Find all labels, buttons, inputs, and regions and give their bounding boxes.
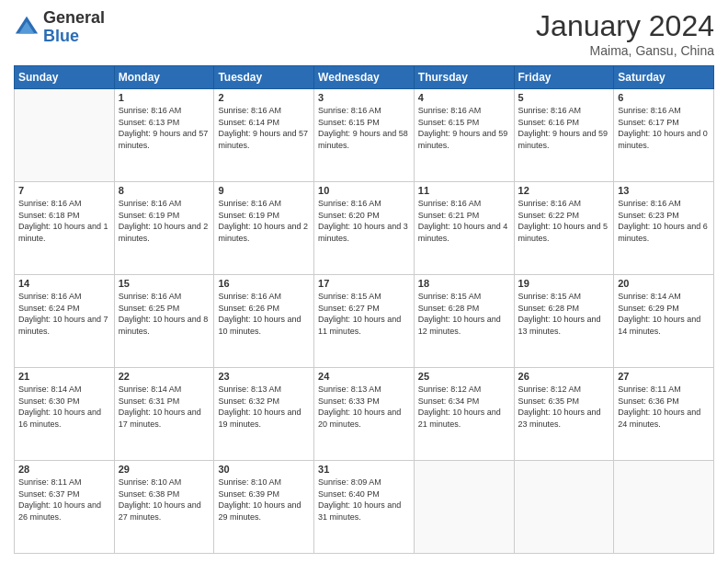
calendar-cell: 11Sunrise: 8:16 AMSunset: 6:21 PMDayligh…	[414, 182, 514, 275]
day-info: Sunrise: 8:16 AMSunset: 6:15 PMDaylight:…	[418, 105, 510, 151]
week-row-5: 28Sunrise: 8:11 AMSunset: 6:37 PMDayligh…	[15, 461, 714, 554]
day-header-wednesday: Wednesday	[314, 66, 415, 89]
day-info: Sunrise: 8:16 AMSunset: 6:19 PMDaylight:…	[218, 198, 310, 244]
day-number: 21	[18, 371, 110, 382]
day-number: 15	[119, 278, 210, 289]
day-number: 10	[318, 185, 410, 196]
day-info: Sunrise: 8:16 AMSunset: 6:21 PMDaylight:…	[418, 198, 510, 244]
day-info: Sunrise: 8:16 AMSunset: 6:13 PMDaylight:…	[119, 105, 210, 151]
day-info: Sunrise: 8:14 AMSunset: 6:29 PMDaylight:…	[618, 291, 710, 337]
calendar-cell: 19Sunrise: 8:15 AMSunset: 6:28 PMDayligh…	[514, 275, 614, 368]
day-number: 27	[618, 371, 710, 382]
week-row-1: 1Sunrise: 8:16 AMSunset: 6:13 PMDaylight…	[15, 89, 714, 182]
calendar-subtitle: Maima, Gansu, China	[536, 43, 714, 58]
calendar-cell: 23Sunrise: 8:13 AMSunset: 6:32 PMDayligh…	[214, 368, 314, 461]
calendar-cell	[15, 89, 115, 182]
header: General Blue January 2024 Maima, Gansu, …	[14, 9, 714, 58]
logo-blue-text: Blue	[43, 28, 105, 46]
week-row-4: 21Sunrise: 8:14 AMSunset: 6:30 PMDayligh…	[15, 368, 714, 461]
calendar-cell: 26Sunrise: 8:12 AMSunset: 6:35 PMDayligh…	[514, 368, 614, 461]
calendar-title: January 2024	[536, 9, 714, 43]
day-number: 31	[318, 464, 410, 475]
day-info: Sunrise: 8:11 AMSunset: 6:37 PMDaylight:…	[18, 477, 110, 523]
week-row-3: 14Sunrise: 8:16 AMSunset: 6:24 PMDayligh…	[15, 275, 714, 368]
page: General Blue January 2024 Maima, Gansu, …	[0, 0, 728, 563]
day-info: Sunrise: 8:16 AMSunset: 6:15 PMDaylight:…	[318, 105, 410, 151]
day-info: Sunrise: 8:14 AMSunset: 6:31 PMDaylight:…	[119, 384, 210, 430]
day-info: Sunrise: 8:12 AMSunset: 6:35 PMDaylight:…	[518, 384, 610, 430]
logo: General Blue	[14, 9, 105, 46]
calendar-cell: 25Sunrise: 8:12 AMSunset: 6:34 PMDayligh…	[414, 368, 514, 461]
day-info: Sunrise: 8:13 AMSunset: 6:33 PMDaylight:…	[318, 384, 410, 430]
calendar-cell: 3Sunrise: 8:16 AMSunset: 6:15 PMDaylight…	[314, 89, 415, 182]
day-number: 22	[119, 371, 210, 382]
calendar-cell: 30Sunrise: 8:10 AMSunset: 6:39 PMDayligh…	[214, 461, 314, 554]
logo-icon	[14, 15, 40, 40]
calendar-cell: 16Sunrise: 8:16 AMSunset: 6:26 PMDayligh…	[214, 275, 314, 368]
days-header-row: SundayMondayTuesdayWednesdayThursdayFrid…	[15, 66, 714, 89]
day-number: 8	[119, 185, 210, 196]
day-header-thursday: Thursday	[414, 66, 514, 89]
day-number: 9	[218, 185, 310, 196]
calendar-cell: 20Sunrise: 8:14 AMSunset: 6:29 PMDayligh…	[614, 275, 714, 368]
day-number: 28	[18, 464, 110, 475]
calendar-cell: 4Sunrise: 8:16 AMSunset: 6:15 PMDaylight…	[414, 89, 514, 182]
day-info: Sunrise: 8:16 AMSunset: 6:18 PMDaylight:…	[18, 198, 110, 244]
day-number: 30	[218, 464, 310, 475]
day-info: Sunrise: 8:16 AMSunset: 6:19 PMDaylight:…	[119, 198, 210, 244]
day-info: Sunrise: 8:15 AMSunset: 6:27 PMDaylight:…	[318, 291, 410, 337]
day-info: Sunrise: 8:16 AMSunset: 6:20 PMDaylight:…	[318, 198, 410, 244]
day-header-friday: Friday	[514, 66, 614, 89]
day-number: 2	[218, 92, 310, 103]
day-header-sunday: Sunday	[15, 66, 115, 89]
day-number: 12	[518, 185, 610, 196]
logo-text: General Blue	[43, 9, 105, 46]
day-info: Sunrise: 8:16 AMSunset: 6:22 PMDaylight:…	[518, 198, 610, 244]
calendar-cell	[614, 461, 714, 554]
day-header-monday: Monday	[114, 66, 214, 89]
day-number: 6	[618, 92, 710, 103]
day-info: Sunrise: 8:13 AMSunset: 6:32 PMDaylight:…	[218, 384, 310, 430]
day-number: 3	[318, 92, 410, 103]
calendar-cell: 10Sunrise: 8:16 AMSunset: 6:20 PMDayligh…	[314, 182, 415, 275]
day-header-tuesday: Tuesday	[214, 66, 314, 89]
day-info: Sunrise: 8:16 AMSunset: 6:23 PMDaylight:…	[618, 198, 710, 244]
calendar-cell: 22Sunrise: 8:14 AMSunset: 6:31 PMDayligh…	[114, 368, 214, 461]
calendar-cell: 2Sunrise: 8:16 AMSunset: 6:14 PMDaylight…	[214, 89, 314, 182]
day-number: 7	[18, 185, 110, 196]
day-info: Sunrise: 8:16 AMSunset: 6:16 PMDaylight:…	[518, 105, 610, 151]
day-info: Sunrise: 8:12 AMSunset: 6:34 PMDaylight:…	[418, 384, 510, 430]
day-number: 4	[418, 92, 510, 103]
logo-general-text: General	[43, 9, 105, 28]
day-info: Sunrise: 8:10 AMSunset: 6:39 PMDaylight:…	[218, 477, 310, 523]
calendar-table: SundayMondayTuesdayWednesdayThursdayFrid…	[14, 65, 714, 554]
calendar-body: 1Sunrise: 8:16 AMSunset: 6:13 PMDaylight…	[15, 89, 714, 554]
day-info: Sunrise: 8:16 AMSunset: 6:24 PMDaylight:…	[18, 291, 110, 337]
day-number: 24	[318, 371, 410, 382]
calendar-cell: 6Sunrise: 8:16 AMSunset: 6:17 PMDaylight…	[614, 89, 714, 182]
day-number: 19	[518, 278, 610, 289]
day-info: Sunrise: 8:16 AMSunset: 6:17 PMDaylight:…	[618, 105, 710, 151]
calendar-cell: 9Sunrise: 8:16 AMSunset: 6:19 PMDaylight…	[214, 182, 314, 275]
day-info: Sunrise: 8:09 AMSunset: 6:40 PMDaylight:…	[318, 477, 410, 523]
calendar-cell: 24Sunrise: 8:13 AMSunset: 6:33 PMDayligh…	[314, 368, 415, 461]
calendar-cell: 28Sunrise: 8:11 AMSunset: 6:37 PMDayligh…	[15, 461, 115, 554]
day-number: 11	[418, 185, 510, 196]
calendar-cell: 5Sunrise: 8:16 AMSunset: 6:16 PMDaylight…	[514, 89, 614, 182]
day-info: Sunrise: 8:16 AMSunset: 6:25 PMDaylight:…	[119, 291, 210, 337]
calendar-cell: 18Sunrise: 8:15 AMSunset: 6:28 PMDayligh…	[414, 275, 514, 368]
calendar-cell: 14Sunrise: 8:16 AMSunset: 6:24 PMDayligh…	[15, 275, 115, 368]
day-info: Sunrise: 8:15 AMSunset: 6:28 PMDaylight:…	[418, 291, 510, 337]
calendar-cell	[414, 461, 514, 554]
day-number: 18	[418, 278, 510, 289]
day-number: 26	[518, 371, 610, 382]
day-number: 16	[218, 278, 310, 289]
calendar-cell: 15Sunrise: 8:16 AMSunset: 6:25 PMDayligh…	[114, 275, 214, 368]
day-info: Sunrise: 8:16 AMSunset: 6:26 PMDaylight:…	[218, 291, 310, 337]
title-block: January 2024 Maima, Gansu, China	[536, 9, 714, 58]
calendar-cell	[514, 461, 614, 554]
day-info: Sunrise: 8:15 AMSunset: 6:28 PMDaylight:…	[518, 291, 610, 337]
calendar-cell: 29Sunrise: 8:10 AMSunset: 6:38 PMDayligh…	[114, 461, 214, 554]
day-number: 23	[218, 371, 310, 382]
day-header-saturday: Saturday	[614, 66, 714, 89]
